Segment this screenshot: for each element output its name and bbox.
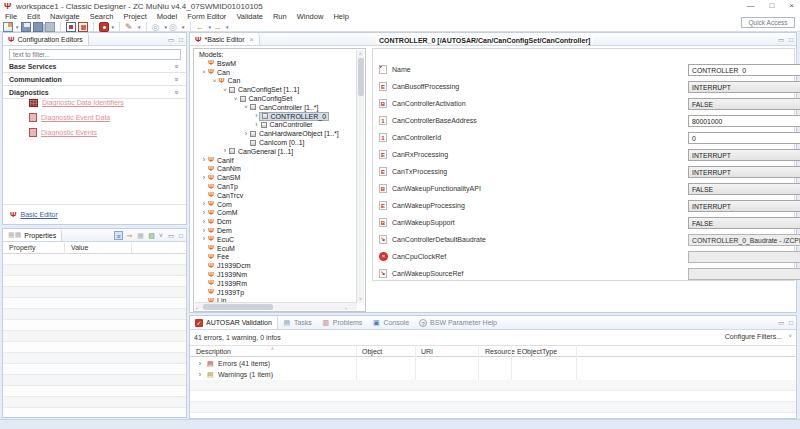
tab-autosar-validation[interactable]: AUTOSAR Validation (190, 316, 278, 329)
minimize-view-icon[interactable]: ▭ (778, 319, 784, 326)
column-value[interactable]: Value (71, 244, 88, 251)
restore-default-icon[interactable] (136, 231, 145, 240)
section-communication[interactable]: Communication » (3, 73, 186, 86)
tree-item-canicom[interactable]: CanIcom [0..1] (195, 138, 358, 147)
chevron-expand-icon[interactable]: » (174, 90, 181, 94)
expand-arrow-icon[interactable] (196, 371, 204, 379)
menu-form-editor[interactable]: Form Editor (187, 12, 226, 21)
menu-file[interactable]: File (5, 12, 17, 21)
forward-icon[interactable] (213, 22, 223, 32)
tree-item-fee[interactable]: Fee (195, 253, 358, 262)
pin-icon[interactable] (147, 231, 156, 240)
pen-icon[interactable] (125, 22, 135, 32)
tree-item-canhardwareobject[interactable]: CanHardwareObject [1..*] (195, 129, 358, 138)
tree-item-can2[interactable]: Can (195, 77, 358, 86)
tree-item-canconfigset-def[interactable]: CanConfigSet [1..1] (195, 85, 358, 94)
busoffprocessing-select[interactable]: INTERRUPT˅ (688, 81, 800, 93)
tree-item-canconfigset[interactable]: CanConfigSet (195, 94, 358, 103)
tree-item-j1939nm[interactable]: J1939Nm (195, 270, 358, 279)
collapse-arrow-icon[interactable] (242, 103, 250, 111)
tree-vertical-scrollbar[interactable]: ˄ ˅ (356, 50, 364, 303)
column-property[interactable]: Property (9, 244, 35, 251)
back-icon[interactable] (196, 22, 206, 32)
menu-model[interactable]: Model (157, 12, 177, 21)
generate-red-table-icon[interactable] (78, 22, 88, 32)
run-dropdown-icon[interactable]: ▾ (165, 24, 168, 30)
tree-item-dcm[interactable]: Dcm (195, 217, 358, 226)
expand-arrow-icon[interactable] (196, 360, 204, 368)
tree-item-cannm[interactable]: CanNm (195, 165, 358, 174)
generate-table-icon[interactable] (66, 22, 76, 32)
wakeupfunctionalityapi-select[interactable]: FALSE˅ (688, 183, 800, 195)
tree-item-ecum[interactable]: EcuM (195, 244, 358, 253)
menu-validate[interactable]: Validate (236, 12, 263, 21)
collapse-arrow-icon[interactable] (232, 95, 240, 103)
minimize-window-icon[interactable]: — (746, 1, 754, 10)
tree-item-bswm[interactable]: BswM (195, 59, 358, 68)
validate-dropdown-icon[interactable]: ▾ (112, 24, 115, 30)
minimize-view-icon[interactable]: ▭ (778, 36, 784, 43)
expand-arrow-icon[interactable] (242, 130, 250, 138)
menu-edit[interactable]: Edit (27, 12, 40, 21)
baseaddress-input[interactable] (688, 115, 800, 127)
debug-icon[interactable] (169, 22, 179, 32)
tab-problems[interactable]: Problems (317, 316, 368, 329)
tree-item-j1939rm[interactable]: J1939Rm (195, 279, 358, 288)
tree-item-ecuc[interactable]: EcuC (195, 235, 358, 244)
scroll-down-icon[interactable]: ˅ (359, 295, 362, 303)
tree-item-com[interactable]: Com (195, 200, 358, 209)
close-tab-icon[interactable]: × (250, 36, 254, 43)
tree-horizontal-scrollbar[interactable]: ‹ › (195, 302, 357, 310)
wakeupprocessing-select[interactable]: INTERRUPT˅ (688, 200, 800, 212)
scroll-up-icon[interactable]: ˄ (359, 50, 362, 58)
menu-navigate[interactable]: Navigate (50, 12, 80, 21)
name-input[interactable] (688, 64, 800, 76)
txprocessing-select[interactable]: INTERRUPT˅ (688, 166, 800, 178)
validation-row-warnings[interactable]: Warnings (1 item) (190, 369, 796, 380)
menu-search[interactable]: Search (90, 12, 114, 21)
maximize-window-icon[interactable]: □ (769, 1, 774, 10)
filter-input[interactable] (9, 49, 181, 60)
tree-item-cantp[interactable]: CanTp (195, 182, 358, 191)
scrollbar-thumb[interactable] (203, 304, 273, 310)
maximize-view-icon[interactable]: □ (179, 36, 183, 43)
expand-arrow-icon[interactable] (221, 147, 229, 155)
new-icon[interactable] (3, 22, 13, 32)
column-object[interactable]: Object (362, 348, 382, 355)
expand-arrow-icon[interactable] (200, 235, 208, 243)
print-icon[interactable] (45, 22, 55, 32)
tree-item-dem[interactable]: Dem (195, 226, 358, 235)
expand-arrow-icon[interactable] (200, 174, 208, 182)
expand-arrow-icon[interactable] (200, 218, 208, 226)
tree-item-cantrcv[interactable]: CanTrcv (195, 191, 358, 200)
controllerid-input[interactable] (688, 132, 800, 144)
link-basic-editor[interactable]: Ψ Basic Editor (10, 210, 58, 219)
collapse-arrow-icon[interactable] (200, 68, 208, 76)
maximize-view-icon[interactable]: □ (789, 36, 793, 43)
menu-window[interactable]: Window (297, 12, 324, 21)
tab-bsw-parameter-help[interactable]: BSW Parameter Help (414, 316, 502, 329)
column-eobjecttype[interactable]: EObjectType (517, 348, 557, 355)
view-menu-icon[interactable]: ˅ (788, 333, 792, 339)
maximize-view-icon[interactable]: □ (789, 319, 793, 326)
save-all-icon[interactable] (33, 22, 43, 32)
view-menu-icon[interactable]: ˅ (159, 232, 163, 239)
maximize-view-icon[interactable]: □ (179, 232, 183, 239)
menu-project[interactable]: Project (123, 12, 146, 21)
link-diagnostic-data-identifiers[interactable]: Diagnostic Data Identifiers (29, 97, 124, 108)
menu-run[interactable]: Run (273, 12, 287, 21)
tree-item-comm[interactable]: ComM (195, 209, 358, 218)
scroll-left-icon[interactable]: ‹ (196, 304, 198, 312)
controlleractivation-select[interactable]: FALSE˅ (688, 98, 800, 110)
scroll-right-icon[interactable]: › (345, 304, 347, 312)
column-uri[interactable]: URI (421, 348, 433, 355)
chevron-collapse-icon[interactable]: » (174, 77, 181, 81)
minimize-view-icon[interactable]: ▭ (168, 36, 174, 43)
menu-help[interactable]: Help (333, 12, 348, 21)
run-icon[interactable] (152, 22, 162, 32)
link-diagnostic-event-data[interactable]: Diagnostic Event Data (29, 112, 110, 123)
tree-item-j1939tp[interactable]: J1939Tp (195, 288, 358, 297)
validate-key-icon[interactable] (99, 22, 109, 32)
chevron-collapse-icon[interactable]: » (174, 64, 181, 68)
pen-dropdown-icon[interactable]: ▾ (138, 24, 141, 30)
